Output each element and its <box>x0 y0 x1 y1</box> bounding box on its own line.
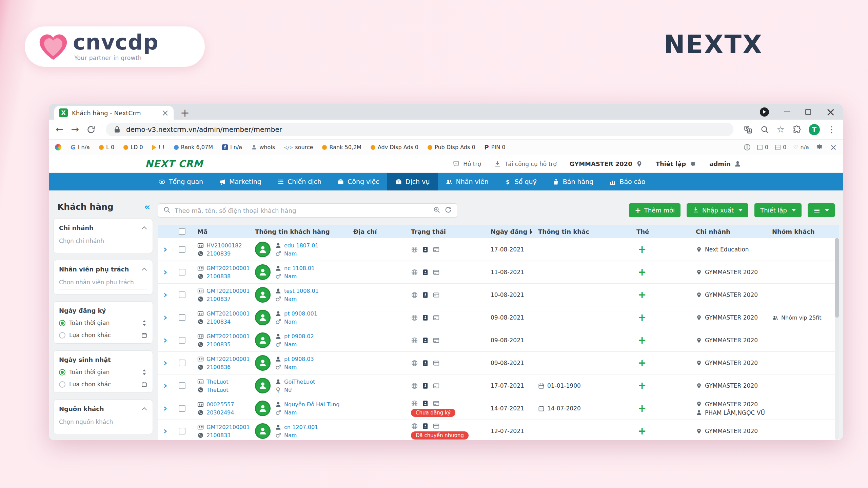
likes-item[interactable]: ♡ n/a <box>793 144 809 150</box>
add-card-button[interactable]: + <box>636 244 646 255</box>
minimize-button[interactable] <box>784 111 790 113</box>
table-scrollbar[interactable] <box>835 238 839 440</box>
globe-icon[interactable] <box>411 382 418 389</box>
collapse-sidebar-button[interactable]: « <box>144 202 150 212</box>
nav-item-ban-hang[interactable]: Bán hàng <box>545 173 601 190</box>
browser-profile-avatar[interactable]: T <box>809 124 820 135</box>
globe-icon[interactable] <box>411 314 418 321</box>
row-checkbox[interactable] <box>179 428 185 434</box>
nav-item-cong-viec[interactable]: Công việc <box>329 173 387 190</box>
tab-close-icon[interactable]: × <box>161 108 169 117</box>
expand-row-button[interactable]: › <box>163 313 167 322</box>
row-checkbox[interactable] <box>179 360 185 366</box>
forward-button[interactable]: → <box>71 125 79 134</box>
user-menu[interactable]: admin <box>709 160 741 167</box>
add-card-button[interactable]: + <box>636 403 646 413</box>
search-bar[interactable] <box>158 203 457 218</box>
close-extension-bar-icon[interactable]: × <box>830 143 837 152</box>
member-code-link[interactable]: GMT2021000017 <box>206 265 249 271</box>
col-header-the[interactable]: Thẻ <box>630 228 690 235</box>
chevron-up-icon[interactable] <box>142 267 147 273</box>
chi-nhanh-select[interactable]: Chọn chi nhánh <box>59 238 147 248</box>
translate-icon[interactable] <box>744 125 753 134</box>
member-name-link[interactable]: pt 0908.001 <box>284 310 317 317</box>
contact-book-icon[interactable] <box>422 423 429 430</box>
add-card-button[interactable]: + <box>636 358 646 368</box>
member-phone-link[interactable]: 2100837 <box>206 296 231 302</box>
member-phone-link[interactable]: 2100839 <box>206 250 231 257</box>
nguon-khach-select[interactable]: Chọn nguồn khách <box>59 419 147 429</box>
contact-book-icon[interactable] <box>422 337 429 344</box>
card-icon[interactable] <box>433 360 440 367</box>
contact-book-icon[interactable] <box>422 400 429 407</box>
row-checkbox[interactable] <box>179 382 185 389</box>
expand-row-button[interactable]: › <box>163 290 167 300</box>
row-checkbox[interactable] <box>179 337 185 344</box>
nav-item-tong-quan[interactable]: Tổng quan <box>151 173 211 190</box>
bookmark-item-google-index[interactable]: G I n/a <box>71 144 90 151</box>
member-code-link[interactable]: HV21000182 <box>206 242 242 249</box>
browser-menu-icon[interactable]: ⋮ <box>827 124 836 135</box>
bookmark-item-links[interactable]: L 0 <box>99 144 114 150</box>
new-tab-button[interactable]: + <box>180 107 190 118</box>
app-settings-link[interactable]: Thiết lập <box>656 160 697 167</box>
contact-book-icon[interactable] <box>422 314 429 321</box>
nav-item-marketing[interactable]: Marketing <box>211 173 269 190</box>
card-icon[interactable] <box>433 291 440 299</box>
row-checkbox[interactable] <box>179 246 185 253</box>
sort-arrows-icon[interactable] <box>141 369 147 375</box>
bookmark-item-facebook[interactable]: f I n/a <box>222 144 242 150</box>
nextcrm-logo[interactable]: NEXT CRM <box>145 158 203 169</box>
col-header-ma[interactable]: Mã <box>191 228 249 235</box>
member-code-link[interactable]: GMT2021000016 <box>206 288 249 294</box>
expand-row-button[interactable]: › <box>163 358 167 368</box>
radio-unselected-icon[interactable] <box>59 381 65 388</box>
member-name-link[interactable]: edu 1807.01 <box>284 242 318 249</box>
zoom-icon[interactable] <box>760 125 769 134</box>
bookmark-item-semrush-rank[interactable]: Rank 50,2M <box>322 144 361 150</box>
expand-row-button[interactable]: › <box>163 336 167 345</box>
seoquake-icon[interactable] <box>55 144 61 150</box>
row-checkbox[interactable] <box>179 269 185 276</box>
import-export-button[interactable]: Nhập xuất <box>687 203 748 217</box>
calendar-icon[interactable] <box>141 381 147 388</box>
row-checkbox[interactable] <box>179 291 185 298</box>
maximize-button[interactable] <box>805 109 811 115</box>
nav-item-dich-vu[interactable]: Dịch vụ <box>387 173 438 190</box>
radio-option-lua-chon-khac[interactable]: Lựa chọn khác <box>59 332 147 339</box>
card-icon[interactable] <box>433 314 440 321</box>
member-phone-link[interactable]: TheLuot <box>206 387 229 393</box>
contact-book-icon[interactable] <box>422 291 429 299</box>
col-header-nhom-khach[interactable]: Nhóm khách <box>766 228 839 235</box>
member-phone-link[interactable]: 2100833 <box>206 432 231 439</box>
radio-selected-icon[interactable] <box>59 320 65 326</box>
row-checkbox[interactable] <box>179 314 185 321</box>
member-code-link[interactable]: GMT2021000015 <box>206 356 249 362</box>
expand-row-button[interactable]: › <box>163 404 167 413</box>
col-header-trang-thai[interactable]: Trạng thái <box>405 228 485 235</box>
nhan-vien-select[interactable]: Chọn nhân viên phụ trách <box>59 279 147 289</box>
col-header-ngay-dang-ky[interactable]: Ngày đăng ký <box>485 228 532 235</box>
sort-arrows-icon[interactable] <box>141 320 147 326</box>
member-name-link[interactable]: Nguyễn Đỗ Hải Tùng <box>284 401 339 408</box>
member-name-link[interactable]: nc 1108.01 <box>284 265 315 271</box>
col-header-thong-tin-khac[interactable]: Thông tin khác <box>532 228 630 235</box>
nav-item-so-quy[interactable]: $ Sổ quỹ <box>496 173 545 190</box>
member-phone-link[interactable]: 2100838 <box>206 273 231 280</box>
bookmark-item-whois[interactable]: whois <box>251 144 275 150</box>
radio-unselected-icon[interactable] <box>59 332 65 339</box>
card-icon[interactable] <box>433 400 440 407</box>
member-code-link[interactable]: GMT2021000012 <box>206 424 249 430</box>
zoom-search-icon[interactable] <box>433 206 440 215</box>
close-window-button[interactable]: × <box>826 106 836 118</box>
add-card-button[interactable]: + <box>636 381 646 391</box>
add-card-button[interactable]: + <box>636 290 646 300</box>
calendar-icon[interactable] <box>141 332 147 339</box>
member-phone-link[interactable]: 2100835 <box>206 341 231 348</box>
chevron-up-icon[interactable] <box>142 226 147 231</box>
bookmark-item-adv-disp-ads[interactable]: Adv Disp Ads 0 <box>371 144 418 150</box>
member-name-link[interactable]: cn 1207.001 <box>284 424 318 430</box>
scrollbar-thumb[interactable] <box>835 238 839 318</box>
table-settings-button[interactable]: Thiết lập <box>754 203 802 217</box>
card-icon[interactable] <box>433 423 440 430</box>
